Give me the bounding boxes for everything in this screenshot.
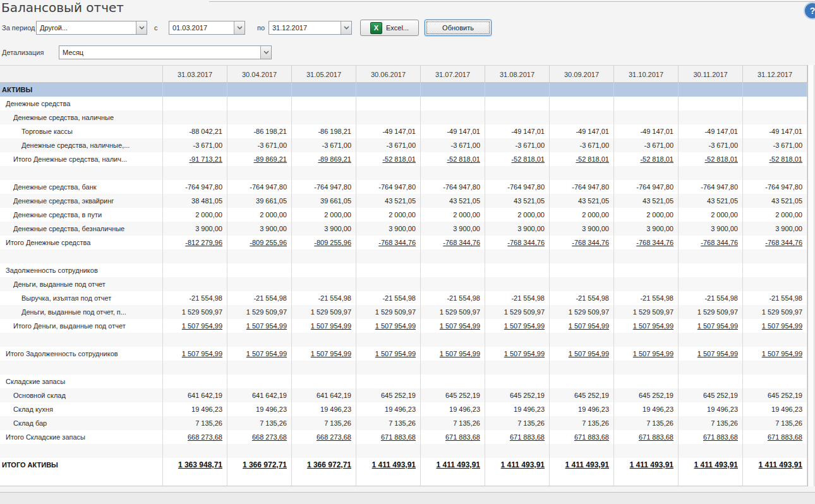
value-cell[interactable]: -52 818,01 xyxy=(356,152,421,166)
table-row-итого-складские-запасы[interactable]: Итого Складские запасы668 273,68668 273,… xyxy=(0,430,807,444)
table-row-денежные-средства-банк[interactable]: Денежные средства, банк-764 947,80-764 9… xyxy=(0,180,807,194)
value-cell[interactable]: 1 411 493,91 xyxy=(356,458,421,472)
value-cell[interactable]: 1 507 954,99 xyxy=(614,347,679,361)
chevron-down-icon[interactable] xyxy=(136,21,147,34)
value-cell[interactable]: 1 507 954,99 xyxy=(679,319,743,333)
value-cell[interactable]: 1 507 954,99 xyxy=(292,347,356,361)
table-row-денежные-средства-эквайринг[interactable]: Денежные средства, эквайринг38 481,0539 … xyxy=(0,194,807,208)
value-cell xyxy=(550,166,614,180)
value-cell[interactable]: 1 411 493,91 xyxy=(550,458,614,472)
value-cell[interactable]: 1 507 954,99 xyxy=(550,347,614,361)
table-row-итого-денежные-средства[interactable]: Итого Денежные средства-812 279,96-809 2… xyxy=(0,236,807,249)
value-cell[interactable]: -768 344,76 xyxy=(550,236,614,249)
value-cell[interactable]: -52 818,01 xyxy=(743,152,807,166)
value-cell[interactable]: 1 363 948,71 xyxy=(163,458,227,472)
value-cell[interactable]: 671 883,68 xyxy=(485,430,550,444)
table-row-склад-бар[interactable]: Склад бар7 135,267 135,267 135,267 135,2… xyxy=(0,416,807,430)
value-cell[interactable]: 1 507 954,99 xyxy=(356,347,421,361)
value-cell[interactable]: 671 883,68 xyxy=(743,430,807,444)
value-cell[interactable]: -809 255,96 xyxy=(227,236,292,249)
value-cell[interactable]: 1 411 493,91 xyxy=(679,458,743,472)
value-cell[interactable]: 1 507 954,99 xyxy=(679,347,743,361)
value-cell[interactable]: 1 507 954,99 xyxy=(227,347,292,361)
value-cell[interactable]: 671 883,68 xyxy=(550,430,614,444)
value-cell[interactable]: 671 883,68 xyxy=(421,430,485,444)
horizontal-scrollbar[interactable] xyxy=(0,492,815,504)
refresh-button[interactable]: Обновить xyxy=(425,20,492,36)
period-select[interactable]: Другой... xyxy=(36,21,147,35)
table-row-итого-задолженность-сотрудников[interactable]: Итого Задолженность сотрудников1 507 954… xyxy=(0,347,807,361)
table-row-денежные-средства-безналичные[interactable]: Денежные средства, безналичные3 900,003 … xyxy=(0,222,807,236)
table-row-итого-денежные-средства-налич-[interactable]: Итого Денежные средства, налич...-91 713… xyxy=(0,152,807,166)
table-row-денежные-средства-в-пути[interactable]: Денежные средства, в пути2 000,002 000,0… xyxy=(0,208,807,222)
value-cell[interactable]: 1 507 954,99 xyxy=(227,319,292,333)
value-cell[interactable]: -768 344,76 xyxy=(356,236,421,249)
value-cell[interactable]: 671 883,68 xyxy=(614,430,679,444)
value-cell: -21 554,98 xyxy=(163,291,227,305)
value-cell[interactable]: 1 507 954,99 xyxy=(292,319,356,333)
value-cell[interactable]: -52 818,01 xyxy=(550,152,614,166)
table-row-основной-склад[interactable]: Основной склад641 642,19641 642,19641 64… xyxy=(0,388,807,402)
chevron-down-icon[interactable] xyxy=(260,46,271,59)
value-cell[interactable]: 1 507 954,99 xyxy=(550,319,614,333)
table-row-торговые-кассы[interactable]: Торговые кассы-88 042,21-86 198,21-86 19… xyxy=(0,124,807,138)
value-cell[interactable]: -768 344,76 xyxy=(743,236,807,249)
value-cell[interactable]: -812 279,96 xyxy=(163,236,227,249)
value-cell[interactable]: 668 273,68 xyxy=(292,430,356,444)
value-cell[interactable]: 1 507 954,99 xyxy=(421,347,485,361)
value-cell: 7 135,26 xyxy=(550,416,614,430)
value-cell[interactable]: 1 507 954,99 xyxy=(421,319,485,333)
value-cell[interactable]: -52 818,01 xyxy=(679,152,743,166)
date-from-select[interactable]: 01.03.2017 xyxy=(169,21,245,35)
column-header-31.07.2017: 31.07.2017 xyxy=(421,65,485,83)
value-cell xyxy=(679,472,743,486)
value-cell[interactable]: -89 869,21 xyxy=(292,152,356,166)
table-row-выручка-изъятая-под-отчет[interactable]: Выручка, изъятая под отчет-21 554,98-21 … xyxy=(0,291,807,305)
value-cell[interactable]: 668 273,68 xyxy=(163,430,227,444)
value-cell[interactable]: 1 507 954,99 xyxy=(485,319,550,333)
row-label xyxy=(0,444,163,458)
value-cell[interactable]: -52 818,01 xyxy=(485,152,550,166)
value-cell[interactable]: 1 507 954,99 xyxy=(485,347,550,361)
detail-select[interactable]: Месяц xyxy=(59,45,272,59)
value-cell xyxy=(292,83,356,97)
help-icon[interactable]: ? xyxy=(804,2,815,20)
value-cell[interactable]: 668 273,68 xyxy=(227,430,292,444)
table-row-склад-кухня[interactable]: Склад кухня19 496,2319 496,2319 496,2319… xyxy=(0,402,807,416)
value-cell[interactable]: 1 507 954,99 xyxy=(163,347,227,361)
value-cell[interactable]: 1 507 954,99 xyxy=(163,319,227,333)
value-cell[interactable]: -89 869,21 xyxy=(227,152,292,166)
table-row-деньги-выданные-под-отчет-п-[interactable]: Деньги, выданные под отчет, п...1 529 50… xyxy=(0,305,807,319)
value-cell[interactable]: -768 344,76 xyxy=(614,236,679,249)
value-cell[interactable]: 1 507 954,99 xyxy=(743,319,807,333)
value-cell[interactable]: -768 344,76 xyxy=(421,236,485,249)
date-to-select[interactable]: 31.12.2017 xyxy=(269,21,352,35)
value-cell[interactable]: 671 883,68 xyxy=(679,430,743,444)
value-cell[interactable]: 1 411 493,91 xyxy=(421,458,485,472)
value-cell[interactable]: -52 818,01 xyxy=(614,152,679,166)
value-cell: 7 135,26 xyxy=(163,416,227,430)
value-cell[interactable]: 1 507 954,99 xyxy=(743,347,807,361)
value-cell[interactable]: -768 344,76 xyxy=(485,236,550,249)
chevron-down-icon[interactable] xyxy=(341,21,351,34)
table-row-итого-деньги-выданные-под-отчет[interactable]: Итого Деньги, выданные под отчет1 507 95… xyxy=(0,319,807,333)
value-cell[interactable]: 1 507 954,99 xyxy=(614,319,679,333)
vertical-scrollbar[interactable] xyxy=(807,65,814,486)
table-row-денежные-средства-наличные-[interactable]: Денежные средства, наличные,...-3 671,00… xyxy=(0,138,807,152)
value-cell[interactable]: 1 411 493,91 xyxy=(614,458,679,472)
value-cell[interactable]: 1 366 972,71 xyxy=(292,458,356,472)
value-cell[interactable]: 1 411 493,91 xyxy=(485,458,550,472)
value-cell[interactable]: -768 344,76 xyxy=(679,236,743,249)
value-cell[interactable]: 1 411 493,91 xyxy=(743,458,807,472)
value-cell[interactable]: 671 883,68 xyxy=(356,430,421,444)
value-cell: -21 554,98 xyxy=(614,291,679,305)
chevron-down-icon[interactable] xyxy=(234,21,244,34)
value-cell xyxy=(356,263,421,277)
value-cell[interactable]: -52 818,01 xyxy=(421,152,485,166)
value-cell[interactable]: 1 507 954,99 xyxy=(356,319,421,333)
value-cell[interactable]: -809 255,96 xyxy=(292,236,356,249)
excel-export-button[interactable]: X Excel... xyxy=(360,20,419,36)
value-cell[interactable]: -91 713,21 xyxy=(163,152,227,166)
value-cell[interactable]: 1 366 972,71 xyxy=(227,458,292,472)
table-row-итого-активы[interactable]: ИТОГО АКТИВЫ1 363 948,711 366 972,711 36… xyxy=(0,458,807,472)
